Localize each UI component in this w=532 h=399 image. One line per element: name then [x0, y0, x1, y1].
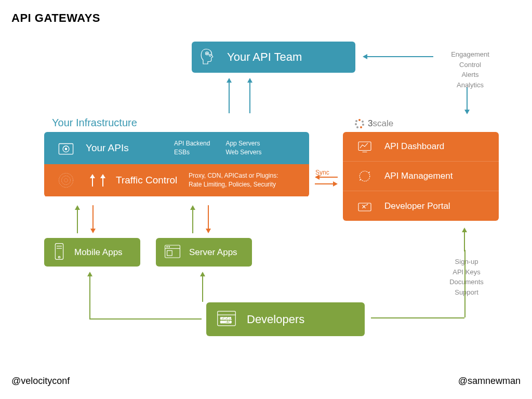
- infrastructure-box: Your APIs API BackendESBs App ServersWeb…: [44, 132, 309, 197]
- signup-notes: Sign-upAPI KeysDocumentsSupport: [438, 257, 495, 297]
- svg-point-18: [360, 171, 370, 181]
- traffic-control-row: Traffic Control Proxy, CDN, APICast or P…: [44, 164, 309, 196]
- footer-left: @velocityconf: [11, 376, 70, 387]
- binary-icon: 010101000110: [217, 310, 236, 329]
- svg-point-9: [358, 119, 361, 121]
- slide-title: API GATEWAYS: [11, 11, 100, 25]
- threescale-logo: 3scale: [354, 118, 393, 129]
- traffic-sub: Proxy, CDN, APICast or Plugins:Rate Limi…: [189, 171, 278, 189]
- refresh-icon: [354, 166, 375, 187]
- server-apps-label: Server Apps: [189, 247, 237, 258]
- developers-box: 010101000110 Developers: [206, 302, 365, 336]
- up-arrows-icon: [90, 174, 105, 187]
- svg-point-12: [360, 126, 362, 128]
- svg-rect-28: [167, 250, 172, 256]
- engagement-notes: EngagementControlAlertsAnalytics: [439, 49, 501, 90]
- footer-right: @samnewman: [458, 376, 521, 387]
- svg-point-1: [207, 53, 208, 54]
- svg-point-15: [355, 120, 357, 122]
- mobile-icon: [52, 243, 66, 262]
- developers-label: Developers: [247, 313, 304, 326]
- window-icon: [164, 244, 181, 261]
- traffic-control-label: Traffic Control: [116, 175, 189, 186]
- svg-point-6: [59, 173, 73, 187]
- svg-point-14: [355, 123, 357, 125]
- svg-point-10: [362, 121, 364, 123]
- svg-point-8: [64, 179, 68, 182]
- head-gears-icon: [200, 47, 219, 68]
- threescale-box: API Dashboard API Management Developer P…: [343, 132, 499, 221]
- api-dashboard-row: API Dashboard: [343, 132, 499, 162]
- svg-point-13: [356, 126, 358, 128]
- apis-sub2: App ServersWeb Servers: [225, 139, 261, 157]
- infrastructure-header: Your Infrastructure: [52, 117, 137, 129]
- developer-portal-row: Developer Portal: [343, 191, 499, 221]
- your-apis-label: Your APIs: [86, 142, 174, 154]
- server-apps-box: Server Apps: [156, 238, 252, 267]
- globe-icon: [56, 170, 76, 191]
- api-team-box: Your API Team: [192, 42, 355, 73]
- dashboard-icon: [354, 136, 375, 157]
- svg-point-5: [65, 148, 66, 150]
- api-management-row: API Management: [343, 162, 499, 191]
- svg-point-26: [167, 246, 168, 247]
- svg-point-11: [362, 124, 364, 126]
- svg-point-27: [169, 246, 170, 247]
- svg-point-2: [209, 55, 211, 57]
- mobile-apps-label: Mobile Apps: [74, 247, 123, 258]
- mobile-apps-box: Mobile Apps: [44, 238, 140, 267]
- apis-sub1: API BackendESBs: [174, 139, 210, 157]
- svg-text:000110: 000110: [220, 320, 232, 323]
- dots-icon: [354, 118, 365, 129]
- svg-point-7: [62, 176, 71, 185]
- your-apis-row: Your APIs API BackendESBs App ServersWeb…: [44, 132, 309, 164]
- gear-icon: [56, 138, 76, 158]
- svg-text:010101: 010101: [220, 316, 232, 320]
- tools-icon: [354, 196, 375, 217]
- api-team-label: Your API Team: [227, 50, 302, 64]
- svg-point-21: [58, 256, 60, 258]
